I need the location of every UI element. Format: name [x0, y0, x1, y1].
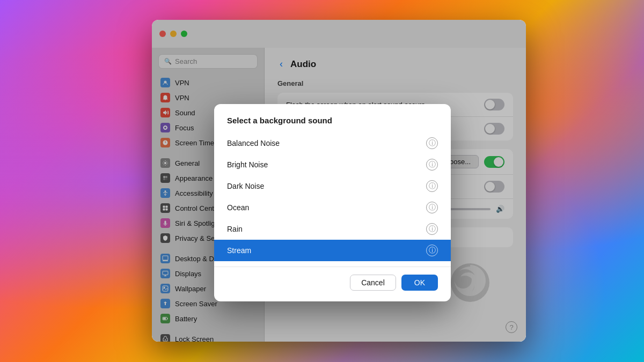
sound-item-label: Stream [227, 246, 251, 255]
modal-footer: Cancel OK [214, 267, 451, 301]
sound-item-label: Dark Noise [227, 182, 264, 190]
sound-info-stream[interactable]: ⓘ [426, 245, 438, 256]
sound-info-dark[interactable]: ⓘ [426, 180, 438, 192]
modal-header: Select a background sound [214, 104, 451, 132]
modal-title: Select a background sound [227, 116, 332, 125]
sound-item-bright-noise[interactable]: Bright Noise ⓘ [214, 154, 451, 175]
sound-item-rain[interactable]: Rain ⓘ [214, 218, 451, 240]
sound-info-rain[interactable]: ⓘ [426, 223, 438, 235]
sound-item-dark-noise[interactable]: Dark Noise ⓘ [214, 175, 451, 197]
sound-item-label: Rain [227, 225, 243, 233]
sound-item-label: Bright Noise [227, 160, 268, 169]
cancel-button[interactable]: Cancel [350, 275, 396, 291]
ok-button[interactable]: OK [401, 275, 438, 291]
sound-item-stream[interactable]: Stream ⓘ [214, 240, 451, 261]
sound-info-bright[interactable]: ⓘ [426, 159, 438, 171]
sound-item-ocean[interactable]: Ocean ⓘ [214, 197, 451, 218]
sound-info-balanced[interactable]: ⓘ [426, 137, 438, 149]
sound-item-balanced-noise[interactable]: Balanced Noise ⓘ [214, 132, 451, 154]
sound-item-label: Ocean [227, 203, 249, 212]
sound-item-label: Balanced Noise [227, 139, 280, 147]
sound-info-ocean[interactable]: ⓘ [426, 202, 438, 213]
sound-selection-modal: Select a background sound Balanced Noise… [214, 104, 451, 301]
sound-list: Balanced Noise ⓘ Bright Noise ⓘ Dark Noi… [214, 132, 451, 267]
